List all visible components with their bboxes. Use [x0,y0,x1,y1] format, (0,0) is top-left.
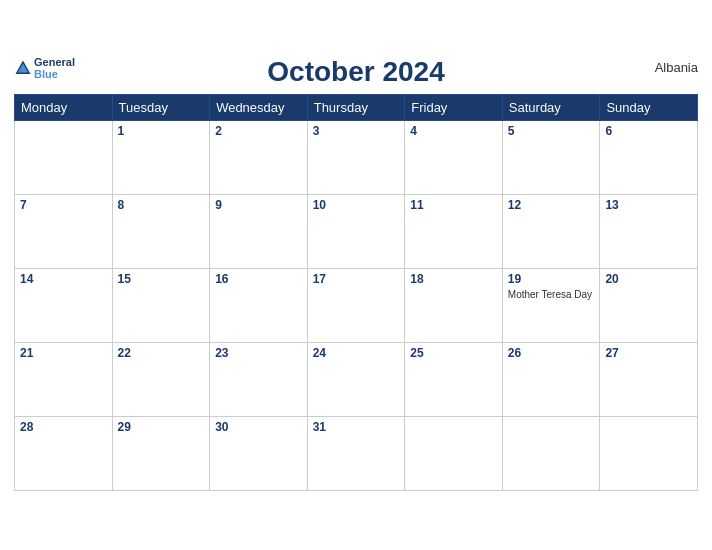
logo-blue: Blue [34,68,75,80]
day-number: 27 [605,346,692,360]
calendar: General Blue October 2024 Albania Monday… [0,46,712,505]
weekday-tuesday: Tuesday [112,94,210,120]
calendar-week-row: 21222324252627 [15,342,698,416]
table-row: 19Mother Teresa Day [502,268,600,342]
table-row: 25 [405,342,503,416]
logo-text: General Blue [14,56,75,80]
table-row [15,120,113,194]
day-number: 25 [410,346,497,360]
day-number: 15 [118,272,205,286]
table-row: 31 [307,416,405,490]
logo-area: General Blue [14,56,94,80]
day-number: 9 [215,198,302,212]
table-row: 13 [600,194,698,268]
day-number: 2 [215,124,302,138]
calendar-header: General Blue October 2024 Albania [14,56,698,88]
calendar-thead: Monday Tuesday Wednesday Thursday Friday… [15,94,698,120]
day-number: 22 [118,346,205,360]
table-row: 2 [210,120,308,194]
table-row: 11 [405,194,503,268]
day-number: 19 [508,272,595,286]
table-row: 6 [600,120,698,194]
table-row: 14 [15,268,113,342]
table-row: 29 [112,416,210,490]
weekday-saturday: Saturday [502,94,600,120]
day-number: 31 [313,420,400,434]
weekday-thursday: Thursday [307,94,405,120]
calendar-week-row: 78910111213 [15,194,698,268]
day-number: 8 [118,198,205,212]
table-row: 22 [112,342,210,416]
table-row: 28 [15,416,113,490]
weekday-sunday: Sunday [600,94,698,120]
day-number: 18 [410,272,497,286]
weekday-header-row: Monday Tuesday Wednesday Thursday Friday… [15,94,698,120]
day-number: 14 [20,272,107,286]
day-number: 28 [20,420,107,434]
table-row: 23 [210,342,308,416]
logo-icon [14,59,32,77]
table-row [405,416,503,490]
table-row: 15 [112,268,210,342]
table-row: 18 [405,268,503,342]
month-title: October 2024 [94,56,618,88]
day-number: 26 [508,346,595,360]
day-number: 1 [118,124,205,138]
table-row: 24 [307,342,405,416]
day-number: 21 [20,346,107,360]
day-number: 20 [605,272,692,286]
table-row: 27 [600,342,698,416]
table-row: 20 [600,268,698,342]
day-number: 11 [410,198,497,212]
day-number: 16 [215,272,302,286]
table-row: 21 [15,342,113,416]
table-row [502,416,600,490]
table-row: 12 [502,194,600,268]
day-number: 24 [313,346,400,360]
table-row: 1 [112,120,210,194]
table-row: 9 [210,194,308,268]
day-number: 30 [215,420,302,434]
table-row: 10 [307,194,405,268]
country-name: Albania [618,56,698,75]
table-row: 7 [15,194,113,268]
table-row: 16 [210,268,308,342]
logo-general: General [34,56,75,68]
day-number: 6 [605,124,692,138]
holiday-text: Mother Teresa Day [508,288,595,301]
month-year-heading: October 2024 [94,56,618,88]
calendar-week-row: 28293031 [15,416,698,490]
calendar-week-row: 123456 [15,120,698,194]
weekday-monday: Monday [15,94,113,120]
calendar-body: 12345678910111213141516171819Mother Tere… [15,120,698,490]
table-row: 26 [502,342,600,416]
table-row: 30 [210,416,308,490]
table-row: 4 [405,120,503,194]
table-row: 17 [307,268,405,342]
day-number: 23 [215,346,302,360]
table-row: 5 [502,120,600,194]
day-number: 29 [118,420,205,434]
calendar-table: Monday Tuesday Wednesday Thursday Friday… [14,94,698,491]
day-number: 17 [313,272,400,286]
day-number: 3 [313,124,400,138]
day-number: 4 [410,124,497,138]
weekday-friday: Friday [405,94,503,120]
calendar-week-row: 141516171819Mother Teresa Day20 [15,268,698,342]
table-row: 3 [307,120,405,194]
weekday-wednesday: Wednesday [210,94,308,120]
day-number: 12 [508,198,595,212]
day-number: 10 [313,198,400,212]
day-number: 7 [20,198,107,212]
table-row: 8 [112,194,210,268]
table-row [600,416,698,490]
day-number: 13 [605,198,692,212]
day-number: 5 [508,124,595,138]
